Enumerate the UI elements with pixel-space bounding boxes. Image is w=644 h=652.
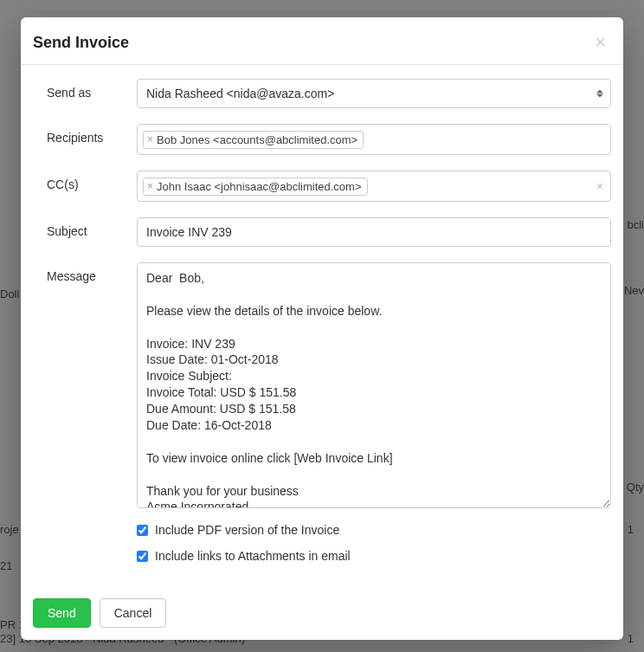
- remove-tag-icon[interactable]: ×: [147, 133, 153, 145]
- message-textarea[interactable]: [137, 262, 611, 508]
- send-as-value: Nida Rasheed <nida@avaza.com>: [146, 87, 334, 100]
- cc-tag-label: John Isaac <johnisaac@abclimited.com>: [157, 180, 362, 193]
- cc-tag: × John Isaac <johnisaac@abclimited.com>: [143, 178, 368, 196]
- row-send-as: Send as Nida Rasheed <nida@avaza.com>: [47, 79, 611, 108]
- subject-input[interactable]: [137, 217, 611, 247]
- recipients-input[interactable]: × Bob Jones <accounts@abclimited.com>: [137, 124, 611, 155]
- include-attachments-checkbox[interactable]: [137, 551, 148, 562]
- modal-title: Send Invoice: [33, 34, 129, 52]
- clear-cc-icon[interactable]: ×: [596, 179, 603, 193]
- cancel-button[interactable]: Cancel: [100, 598, 167, 628]
- cc-input[interactable]: × John Isaac <johnisaac@abclimited.com> …: [137, 171, 611, 202]
- send-button[interactable]: Send: [33, 598, 91, 628]
- recipient-tag: × Bob Jones <accounts@abclimited.com>: [143, 131, 364, 149]
- send-as-select[interactable]: Nida Rasheed <nida@avaza.com>: [137, 79, 611, 108]
- row-subject: Subject: [47, 217, 611, 247]
- modal-header: Send Invoice ×: [21, 17, 623, 65]
- label-message: Message: [47, 262, 137, 283]
- include-pdf-checkbox[interactable]: [137, 525, 148, 536]
- include-pdf-label: Include PDF version of the Invoice: [155, 523, 339, 537]
- row-cc: CC(s) × John Isaac <johnisaac@abclimited…: [47, 171, 611, 202]
- modal-footer: Send Cancel: [21, 588, 623, 640]
- label-send-as: Send as: [47, 79, 137, 100]
- updown-icon: [596, 90, 603, 98]
- row-recipients: Recipients × Bob Jones <accounts@abclimi…: [47, 124, 611, 155]
- label-recipients: Recipients: [47, 124, 137, 145]
- checkbox-attachments-row: Include links to Attachments in email: [137, 549, 611, 563]
- remove-tag-icon[interactable]: ×: [147, 180, 153, 192]
- send-invoice-modal: Send Invoice × Send as Nida Rasheed <nid…: [21, 17, 623, 640]
- checkbox-pdf-row: Include PDF version of the Invoice: [137, 523, 611, 537]
- modal-body: Send as Nida Rasheed <nida@avaza.com> Re…: [21, 65, 623, 588]
- row-message: Message: [47, 262, 611, 511]
- recipient-tag-label: Bob Jones <accounts@abclimited.com>: [157, 133, 357, 146]
- include-attachments-label: Include links to Attachments in email: [155, 549, 351, 563]
- label-subject: Subject: [47, 217, 137, 238]
- label-cc: CC(s): [47, 171, 137, 191]
- close-icon[interactable]: ×: [595, 33, 606, 52]
